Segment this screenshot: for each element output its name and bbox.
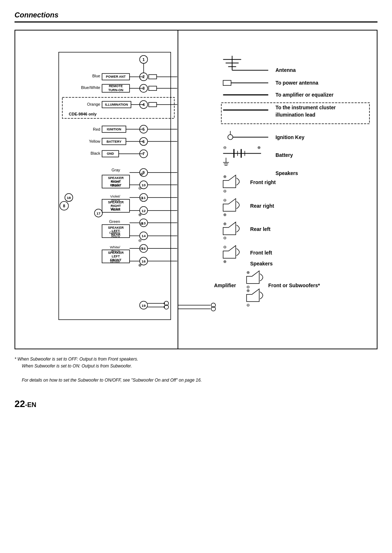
svg-text:⊕: ⊕: [246, 270, 250, 275]
svg-text:⊖: ⊖: [223, 236, 226, 240]
svg-text:White: White: [110, 259, 120, 264]
footnote-2: When Subwoofer is set to ON: Output is f…: [22, 363, 377, 370]
svg-text:⊕: ⊕: [223, 174, 226, 179]
svg-text:⊖: ⊖: [138, 186, 142, 190]
svg-text:Violet/: Violet/: [110, 194, 121, 198]
svg-text:To the instrument cluster: To the instrument cluster: [275, 105, 336, 110]
svg-text:4: 4: [143, 102, 145, 107]
svg-text:1: 1: [143, 57, 145, 62]
svg-text:Rear right: Rear right: [250, 203, 274, 209]
svg-text:6: 6: [143, 139, 145, 144]
svg-rect-20: [149, 86, 157, 90]
svg-text:Blue: Blue: [92, 74, 100, 78]
svg-point-149: [228, 135, 233, 140]
svg-text:Gray: Gray: [111, 168, 120, 172]
svg-text:⊖: ⊖: [223, 245, 226, 249]
svg-text:Front left: Front left: [250, 250, 272, 256]
page-number: 22-EN: [15, 398, 377, 410]
svg-text:Yellow: Yellow: [89, 139, 100, 143]
svg-text:illumination lead: illumination lead: [275, 112, 315, 118]
svg-text:Speakers: Speakers: [250, 261, 273, 267]
svg-text:Antenna: Antenna: [275, 67, 296, 73]
svg-text:POWER ANT: POWER ANT: [106, 75, 126, 78]
svg-text:⊕: ⊕: [223, 259, 226, 264]
svg-text:White/: White/: [110, 245, 120, 249]
svg-text:5: 5: [143, 127, 145, 131]
svg-text:SPEAKER: SPEAKER: [108, 200, 124, 204]
svg-text:⊖: ⊖: [223, 145, 226, 150]
svg-text:LEFT: LEFT: [112, 255, 120, 258]
svg-text:9: 9: [143, 170, 145, 175]
svg-text:⊕: ⊕: [223, 221, 226, 226]
svg-text:Gray/: Gray/: [111, 179, 121, 183]
svg-text:SPEAKER: SPEAKER: [108, 226, 124, 229]
svg-text:Blue/White: Blue/White: [81, 85, 100, 90]
svg-text:Front or Subwoofers*: Front or Subwoofers*: [268, 282, 320, 288]
svg-rect-140: [223, 80, 231, 85]
svg-text:Black: Black: [111, 183, 120, 187]
svg-text:Front right: Front right: [250, 179, 276, 185]
svg-rect-29: [149, 102, 157, 107]
svg-text:16: 16: [142, 259, 146, 263]
svg-text:⊕: ⊕: [138, 212, 142, 217]
svg-text:GND: GND: [107, 152, 114, 155]
svg-text:7: 7: [143, 151, 145, 156]
svg-point-133: [163, 306, 165, 308]
svg-text:Black: Black: [111, 235, 120, 239]
svg-text:REMOTE: REMOTE: [109, 84, 123, 88]
svg-text:Speakers: Speakers: [275, 170, 298, 176]
svg-text:11: 11: [142, 196, 146, 200]
footnote-1: * When Subwoofer is set to OFF: Output i…: [15, 356, 377, 363]
svg-text:3: 3: [143, 86, 145, 90]
svg-text:Green: Green: [109, 219, 120, 224]
svg-text:⊕: ⊕: [138, 263, 142, 267]
svg-point-132: [163, 303, 165, 304]
footnotes: * When Subwoofer is set to OFF: Output i…: [15, 356, 377, 384]
svg-text:CDE-9846 only: CDE-9846 only: [69, 112, 97, 116]
svg-text:⊕: ⊕: [223, 212, 226, 217]
svg-text:⊕: ⊕: [246, 288, 250, 293]
svg-text:⊖: ⊖: [246, 303, 250, 307]
svg-text:13: 13: [142, 221, 146, 225]
svg-text:Violet: Violet: [110, 207, 120, 211]
wiring-diagram: 1 Blue POWER ANT 2 Blue/White REMOTE TUR…: [15, 30, 377, 349]
svg-text:8: 8: [63, 204, 65, 208]
svg-text:⊖: ⊖: [138, 238, 142, 243]
svg-text:Ignition Key: Ignition Key: [275, 134, 305, 140]
svg-text:Orange: Orange: [87, 102, 100, 106]
svg-text:TURN-ON: TURN-ON: [108, 88, 123, 92]
svg-text:Black: Black: [90, 151, 100, 155]
footnote-3: For details on how to set the Subwoofer …: [22, 377, 377, 384]
svg-text:17: 17: [97, 211, 101, 215]
svg-text:Rear left: Rear left: [250, 226, 270, 232]
svg-text:Red: Red: [93, 127, 100, 131]
svg-text:IGNITION: IGNITION: [107, 127, 121, 131]
svg-text:10: 10: [142, 183, 146, 187]
svg-text:Amplifier: Amplifier: [214, 282, 236, 288]
svg-text:⊖: ⊖: [223, 198, 226, 202]
svg-text:12: 12: [142, 209, 146, 213]
section-title: Connections: [15, 11, 377, 23]
svg-text:To power antenna: To power antenna: [275, 80, 318, 86]
svg-text:⊖: ⊖: [223, 189, 226, 193]
svg-text:19: 19: [142, 304, 146, 308]
svg-text:15: 15: [142, 247, 146, 251]
svg-text:14: 14: [142, 234, 146, 238]
svg-text:Battery: Battery: [275, 152, 293, 158]
svg-text:To amplifier or equalizer: To amplifier or equalizer: [275, 92, 334, 98]
svg-text:SPEAKER: SPEAKER: [108, 251, 124, 255]
svg-text:ILLUMINATION: ILLUMINATION: [105, 103, 128, 106]
svg-text:18: 18: [67, 196, 71, 200]
svg-text:BATTERY: BATTERY: [106, 140, 121, 143]
svg-rect-11: [149, 74, 157, 79]
svg-text:⊕: ⊕: [257, 145, 261, 150]
svg-text:Green/: Green/: [109, 231, 121, 235]
svg-text:2: 2: [143, 74, 145, 79]
